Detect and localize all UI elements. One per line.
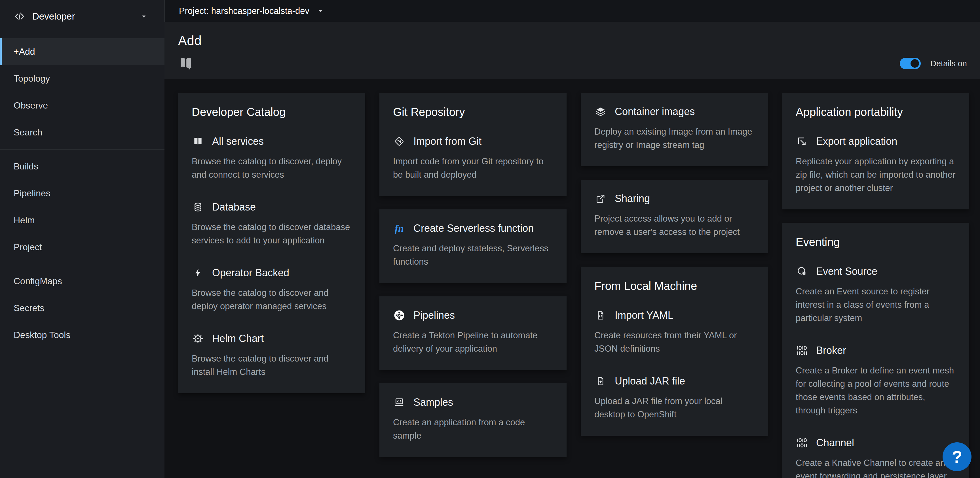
item-description: Create a Broker to define an event mesh … xyxy=(796,364,956,417)
sidebar-item-desktop-tools[interactable]: Desktop Tools xyxy=(0,322,164,348)
card-column-1: Developer CatalogAll servicesBrowse the … xyxy=(178,93,365,393)
project-selector[interactable]: Project: harshcasper-localsta-dev xyxy=(179,6,323,16)
card-item-export-application[interactable]: Export applicationReplicate your applica… xyxy=(796,135,956,195)
item-header[interactable]: Export application xyxy=(796,135,956,147)
card: Container imagesDeploy an existing Image… xyxy=(581,93,768,166)
item-description: Import code from your Git repository to … xyxy=(393,155,553,181)
item-label: Import YAML xyxy=(615,310,673,321)
sidebar-item-secrets[interactable]: Secrets xyxy=(0,295,164,322)
item-description: Project access allows you to add or remo… xyxy=(594,212,754,238)
item-label: Samples xyxy=(414,396,453,408)
book-icon xyxy=(192,136,204,147)
card-application-portability: Application portabilityExport applicatio… xyxy=(782,93,969,210)
perspective-label: Developer xyxy=(32,11,75,22)
card-column-3: Container imagesDeploy an existing Image… xyxy=(581,93,768,436)
masthead: Project: harshcasper-localsta-dev xyxy=(164,0,980,22)
chevron-down-icon xyxy=(317,8,323,14)
sidebar-item-builds[interactable]: Builds xyxy=(0,153,164,180)
help-button[interactable]: ? xyxy=(943,442,972,471)
item-header[interactable]: Operator Backed xyxy=(192,267,352,279)
item-label: All services xyxy=(212,135,264,147)
book-plus-icon[interactable] xyxy=(178,56,193,71)
item-description: Browse the catalog to discover, deploy a… xyxy=(192,155,352,181)
sidebar-item-helm[interactable]: Helm xyxy=(0,207,164,234)
card-item-sharing[interactable]: SharingProject access allows you to add … xyxy=(594,193,754,238)
sidebar-item-search[interactable]: Search xyxy=(0,119,164,146)
item-description: Create a Knative Channel to create an ev… xyxy=(796,456,956,478)
item-label: Pipelines xyxy=(414,310,455,321)
layers-icon xyxy=(594,106,607,117)
database-icon xyxy=(192,202,204,213)
card-item-database[interactable]: DatabaseBrowse the catalog to discover d… xyxy=(192,201,352,247)
item-description: Create and deploy stateless, Serverless … xyxy=(393,242,553,268)
card-from-local-machine: From Local MachineImport YAMLCreate reso… xyxy=(581,267,768,436)
item-header[interactable]: Channel xyxy=(796,437,956,449)
card-item-create-serverless-function[interactable]: fnCreate Serverless functionCreate and d… xyxy=(393,222,553,268)
card-column-4: Application portabilityExport applicatio… xyxy=(782,93,969,478)
item-header[interactable]: Sharing xyxy=(594,193,754,205)
binary-icon xyxy=(796,437,808,449)
card-item-samples[interactable]: SamplesCreate an application from a code… xyxy=(393,396,553,442)
sidebar-item-pipelines[interactable]: Pipelines xyxy=(0,180,164,207)
helm-icon xyxy=(192,333,204,344)
card-title: From Local Machine xyxy=(594,279,754,292)
card: SamplesCreate an application from a code… xyxy=(379,383,566,457)
card-item-upload-jar-file[interactable]: Upload JAR fileUpload a JAR file from yo… xyxy=(594,375,754,421)
card-item-helm-chart[interactable]: Helm ChartBrowse the catalog to discover… xyxy=(192,333,352,378)
page-title: Add xyxy=(178,33,967,48)
card-item-import-yaml[interactable]: Import YAMLCreate resources from their Y… xyxy=(594,310,754,355)
upload-file-icon xyxy=(594,376,607,386)
bolt-icon xyxy=(192,267,204,278)
item-header[interactable]: Import from Git xyxy=(393,135,553,147)
sidebar-item-project[interactable]: Project xyxy=(0,234,164,261)
item-header[interactable]: Import YAML xyxy=(594,310,754,321)
card-title: Git Repository xyxy=(393,106,553,118)
item-header[interactable]: Database xyxy=(192,201,352,213)
item-label: Database xyxy=(212,201,256,213)
main-area: Project: harshcasper-localsta-dev Add De… xyxy=(164,0,980,478)
item-label: Broker xyxy=(816,345,846,356)
card-column-2: Git RepositoryImport from GitImport code… xyxy=(379,93,566,457)
card-developer-catalog: Developer CatalogAll servicesBrowse the … xyxy=(178,93,365,393)
item-header[interactable]: All services xyxy=(192,135,352,147)
card-title: Eventing xyxy=(796,236,956,248)
sidebar-item-observe[interactable]: Observe xyxy=(0,92,164,119)
fn-icon: fn xyxy=(393,223,406,233)
item-header[interactable]: fnCreate Serverless function xyxy=(393,222,553,234)
item-header[interactable]: Container images xyxy=(594,106,754,118)
card-item-all-services[interactable]: All servicesBrowse the catalog to discov… xyxy=(192,135,352,181)
card: SharingProject access allows you to add … xyxy=(581,179,768,253)
item-label: Channel xyxy=(816,437,854,449)
chevron-down-icon xyxy=(141,13,147,19)
sidebar-item-add[interactable]: +Add xyxy=(0,38,164,65)
card-item-container-images[interactable]: Container imagesDeploy an existing Image… xyxy=(594,106,754,152)
item-header[interactable]: Pipelines xyxy=(393,310,553,321)
perspective-switcher[interactable]: Developer xyxy=(0,0,164,33)
item-header[interactable]: Event Source xyxy=(796,265,956,277)
card-eventing: EventingEvent SourceCreate an Event sour… xyxy=(782,223,969,478)
sidebar-item-topology[interactable]: Topology xyxy=(0,65,164,92)
samples-icon xyxy=(393,397,406,408)
item-description: Browse the catalog to discover database … xyxy=(192,221,352,247)
card-item-operator-backed[interactable]: Operator BackedBrowse the catalog to dis… xyxy=(192,267,352,313)
card-item-event-source[interactable]: Event SourceCreate an Event source to re… xyxy=(796,265,956,325)
card-item-channel[interactable]: ChannelCreate a Knative Channel to creat… xyxy=(796,437,956,478)
item-label: Sharing xyxy=(615,193,650,205)
binary-icon xyxy=(796,345,808,356)
item-header[interactable]: Broker xyxy=(796,345,956,356)
details-toggle[interactable] xyxy=(900,58,921,69)
sidebar-item-configmaps[interactable]: ConfigMaps xyxy=(0,268,164,295)
item-header[interactable]: Samples xyxy=(393,396,553,408)
item-description: Create an application from a code sample xyxy=(393,416,553,442)
item-label: Upload JAR file xyxy=(615,375,685,387)
item-description: Create resources from their YAML or JSON… xyxy=(594,329,754,355)
item-description: Create a Tekton Pipeline to automate del… xyxy=(393,329,553,355)
nav-group-divider xyxy=(0,264,164,264)
item-label: Container images xyxy=(615,106,695,118)
item-header[interactable]: Upload JAR file xyxy=(594,375,754,387)
item-header[interactable]: Helm Chart xyxy=(192,333,352,345)
item-description: Browse the catalog to discover and insta… xyxy=(192,352,352,378)
card-item-broker[interactable]: BrokerCreate a Broker to define an event… xyxy=(796,345,956,417)
card-item-import-from-git[interactable]: Import from GitImport code from your Git… xyxy=(393,135,553,181)
card-item-pipelines[interactable]: PipelinesCreate a Tekton Pipeline to aut… xyxy=(393,310,553,355)
